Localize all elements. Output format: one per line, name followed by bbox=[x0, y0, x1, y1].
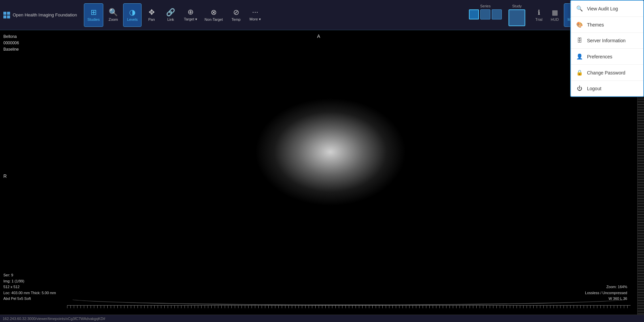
target-tool[interactable]: ⊕ Target ▾ bbox=[180, 3, 201, 27]
link-tool[interactable]: 🔗 Link bbox=[161, 3, 180, 27]
app-logo-icon bbox=[3, 12, 10, 18]
patient-name: Bellona bbox=[3, 34, 19, 40]
compression: Lossless / Uncompressed bbox=[585, 290, 627, 296]
studies-icon: ⊞ bbox=[91, 9, 97, 16]
zoom-tool[interactable]: 🔍 Zoom bbox=[104, 3, 122, 27]
more-label: More ▾ bbox=[250, 17, 261, 21]
themes-label: Themes bbox=[587, 22, 604, 28]
study-label: Study bbox=[512, 4, 522, 8]
trial-button[interactable]: ℹ Trial bbox=[532, 3, 546, 27]
dropdown-menu: 🔍 View Audit Log 🎨 Themes 🗄 Server Infor… bbox=[570, 0, 644, 97]
ct-bottom-curve bbox=[67, 292, 631, 305]
hud-icon: ▦ bbox=[552, 8, 558, 16]
patient-id: 0000006 bbox=[3, 40, 19, 46]
link-icon: 🔗 bbox=[166, 9, 175, 16]
overlay-bottom-right: Zoom: 164% Lossless / Uncompressed W 360… bbox=[585, 284, 627, 302]
tool-group: ⊞ Studies 🔍 Zoom ◑ Levels ✥ Pan 🔗 Link ⊕… bbox=[84, 3, 463, 27]
overlay-bottom-left: Ser: 9 Img: 1 (1/99) 512 x 512 Loc: 403.… bbox=[3, 272, 56, 302]
hud-label: HUD bbox=[551, 17, 559, 21]
target-icon: ⊕ bbox=[187, 8, 194, 16]
zoom-info: Zoom: 164% bbox=[585, 284, 627, 290]
studies-label: Studies bbox=[88, 17, 100, 21]
non-target-label: Non-Target bbox=[205, 17, 223, 21]
study-type: Baseline bbox=[3, 46, 19, 53]
logout-label: Logout bbox=[587, 86, 601, 91]
menu-item-themes[interactable]: 🎨 Themes bbox=[571, 17, 643, 33]
orientation-left: R bbox=[3, 173, 7, 179]
preset: Abd Pel 5x5 Soft bbox=[3, 296, 56, 302]
ct-viewport[interactable]: Bellona 0000006 Baseline BWH CT ABDOMEN … bbox=[0, 30, 637, 322]
pan-label: Pan bbox=[148, 17, 155, 21]
dimensions: 512 x 512 bbox=[3, 284, 56, 290]
image-info: Img: 1 (1/99) bbox=[3, 278, 56, 284]
audit-log-label: View Audit Log bbox=[587, 6, 618, 11]
studies-tool[interactable]: ⊞ Studies bbox=[84, 3, 104, 27]
series-thumb-1[interactable] bbox=[469, 9, 479, 19]
study-thumb[interactable] bbox=[508, 9, 525, 26]
logout-icon: ⏻ bbox=[576, 86, 583, 92]
server-info-icon: 🗄 bbox=[576, 38, 583, 44]
levels-icon: ◑ bbox=[129, 9, 136, 16]
menu-item-audit-log[interactable]: 🔍 View Audit Log bbox=[571, 1, 643, 17]
change-password-icon: 🔒 bbox=[576, 69, 583, 76]
series-thumb-3[interactable] bbox=[492, 9, 502, 19]
preferences-icon: 👤 bbox=[576, 53, 583, 60]
toolbar: Open Health Imaging Foundation ⊞ Studies… bbox=[0, 0, 644, 30]
location: Loc: 403.00 mm Thick: 5.00 mm bbox=[3, 290, 56, 296]
app-name: Open Health Imaging Foundation bbox=[13, 12, 77, 17]
ruler-bottom bbox=[67, 305, 631, 312]
preferences-label: Preferences bbox=[587, 54, 612, 59]
app-logo: Open Health Imaging Foundation bbox=[3, 12, 77, 18]
series-thumbnails bbox=[469, 9, 502, 19]
target-label: Target ▾ bbox=[184, 17, 197, 21]
change-password-label: Change Password bbox=[587, 70, 625, 75]
series-panel: Series bbox=[469, 4, 502, 19]
series-info: Ser: 9 bbox=[3, 272, 56, 278]
menu-item-server-info[interactable]: 🗄 Server Information bbox=[571, 33, 643, 49]
server-info-label: Server Information bbox=[587, 38, 626, 43]
zoom-icon: 🔍 bbox=[109, 9, 118, 16]
study-panel: Study bbox=[508, 4, 525, 26]
levels-label: Levels bbox=[127, 17, 138, 21]
url-text: 162.243.60.32:3000/viewer/timepoints/xCg… bbox=[3, 317, 105, 321]
temp-tool[interactable]: ⊘ Temp bbox=[227, 3, 245, 27]
viewer: Bellona 0000006 Baseline BWH CT ABDOMEN … bbox=[0, 30, 644, 322]
window-info: W 360 L 36 bbox=[585, 296, 627, 302]
levels-tool[interactable]: ◑ Levels bbox=[123, 3, 142, 27]
more-icon: ··· bbox=[252, 8, 258, 16]
hud-button[interactable]: ▦ HUD bbox=[547, 3, 562, 27]
overlay-top-left: Bellona 0000006 Baseline bbox=[3, 34, 19, 53]
menu-item-preferences[interactable]: 👤 Preferences bbox=[571, 49, 643, 65]
url-bar: 162.243.60.32:3000/viewer/timepoints/xCg… bbox=[0, 315, 644, 322]
pan-icon: ✥ bbox=[149, 9, 155, 16]
menu-item-logout[interactable]: ⏻ Logout bbox=[571, 81, 643, 96]
zoom-label: Zoom bbox=[109, 17, 118, 21]
temp-label: Temp bbox=[231, 17, 240, 21]
pan-tool[interactable]: ✥ Pan bbox=[142, 3, 161, 27]
themes-icon: 🎨 bbox=[576, 21, 583, 28]
temp-icon: ⊘ bbox=[233, 9, 239, 16]
ct-image bbox=[201, 75, 436, 277]
orientation-top: A bbox=[317, 34, 320, 39]
link-label: Link bbox=[167, 17, 174, 21]
menu-item-change-password[interactable]: 🔒 Change Password bbox=[571, 65, 643, 81]
non-target-icon: ⊗ bbox=[211, 9, 217, 16]
more-tool[interactable]: ··· More ▾ bbox=[246, 3, 264, 27]
trial-icon: ℹ bbox=[538, 8, 540, 16]
audit-log-icon: 🔍 bbox=[576, 5, 583, 12]
series-study-panel: Series Study bbox=[469, 4, 525, 26]
series-label: Series bbox=[480, 4, 491, 8]
non-target-tool[interactable]: ⊗ Non-Target bbox=[201, 3, 226, 27]
trial-label: Trial bbox=[535, 17, 542, 21]
series-thumb-2[interactable] bbox=[480, 9, 490, 19]
